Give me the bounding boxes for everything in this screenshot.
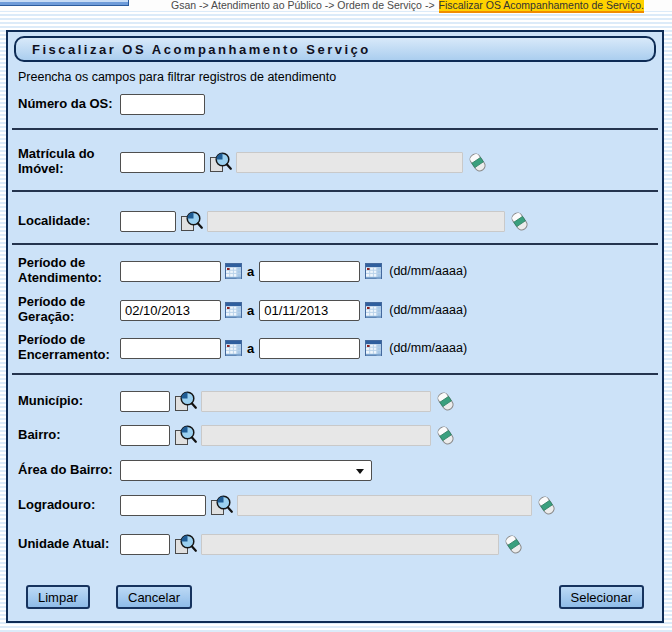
logradouro-label: Logradouro: xyxy=(18,498,120,513)
date-format-hint: (dd/mm/aaaa) xyxy=(389,341,467,355)
row-unidade-atual: Unidade Atual: xyxy=(18,525,522,563)
municipio-label: Município: xyxy=(18,394,120,409)
separator xyxy=(12,128,658,130)
eraser-icon[interactable] xyxy=(437,391,454,412)
periodo-encerramento-label: Período de Encerramento: xyxy=(18,333,120,363)
matricula-imovel-description xyxy=(236,152,463,173)
unidade-atual-description xyxy=(201,534,499,555)
cancelar-button[interactable]: Cancelar xyxy=(116,585,192,609)
periodo-encerramento-from-input[interactable] xyxy=(120,338,221,359)
calendar-icon[interactable] xyxy=(365,263,382,279)
date-format-hint: (dd/mm/aaaa) xyxy=(389,303,467,317)
unidade-atual-label: Unidade Atual: xyxy=(18,537,120,552)
page-title: Fiscalizar OS Acompanhamento Serviço xyxy=(14,36,656,62)
area-bairro-select[interactable] xyxy=(120,460,372,481)
date-format-hint: (dd/mm/aaaa) xyxy=(389,264,467,278)
separator xyxy=(12,373,658,375)
breadcrumb-current: Fiscalizar OS Acompanhamento de Serviço. xyxy=(439,0,644,13)
periodo-geracao-to-input[interactable] xyxy=(259,300,360,321)
numero-os-label: Número da OS: xyxy=(18,97,120,112)
unidade-atual-input[interactable] xyxy=(120,534,170,555)
calendar-icon[interactable] xyxy=(225,340,242,356)
numero-os-input[interactable] xyxy=(120,94,205,115)
breadcrumb-path: Gsan -> Atendimento ao Público -> Ordem … xyxy=(171,0,435,11)
row-periodo-atendimento: Período de Atendimento: a (dd/mm/aaaa) xyxy=(18,252,467,290)
periodo-atendimento-label: Período de Atendimento: xyxy=(18,256,120,286)
localidade-label: Localidade: xyxy=(18,214,120,229)
periodo-encerramento-to-input[interactable] xyxy=(259,338,360,359)
periodo-geracao-from-input[interactable] xyxy=(120,300,221,321)
calendar-icon[interactable] xyxy=(225,263,242,279)
matricula-imovel-input[interactable] xyxy=(120,152,205,173)
row-localidade: Localidade: xyxy=(18,202,528,240)
calendar-icon[interactable] xyxy=(225,302,242,318)
separator xyxy=(12,243,658,245)
calendar-icon[interactable] xyxy=(365,340,382,356)
selecionar-button[interactable]: Selecionar xyxy=(559,585,644,609)
bairro-label: Bairro: xyxy=(18,428,120,443)
search-icon[interactable] xyxy=(174,424,197,446)
search-icon[interactable] xyxy=(174,533,197,555)
breadcrumb: Gsan -> Atendimento ao Público -> Ordem … xyxy=(171,0,644,11)
loading-bar xyxy=(0,0,129,6)
eraser-icon[interactable] xyxy=(469,152,486,173)
row-matricula-imovel: Matrícula do Imóvel: xyxy=(18,142,486,182)
localidade-input[interactable] xyxy=(120,211,176,232)
eraser-icon[interactable] xyxy=(538,495,555,516)
date-range-conjunction: a xyxy=(247,264,254,279)
localidade-description xyxy=(207,211,505,232)
search-icon[interactable] xyxy=(210,494,233,516)
search-icon[interactable] xyxy=(209,151,232,173)
periodo-atendimento-from-input[interactable] xyxy=(120,261,221,282)
periodo-atendimento-to-input[interactable] xyxy=(259,261,360,282)
intro-text: Preencha os campos para filtrar registro… xyxy=(18,70,336,84)
municipio-description xyxy=(201,391,431,412)
filter-panel: Fiscalizar OS Acompanhamento Serviço Pre… xyxy=(6,30,664,623)
date-range-conjunction: a xyxy=(247,303,254,318)
bairro-description xyxy=(201,425,431,446)
row-municipio: Município: xyxy=(18,382,454,420)
logradouro-description xyxy=(237,495,532,516)
eraser-icon[interactable] xyxy=(437,425,454,446)
periodo-geracao-label: Período de Geração: xyxy=(18,295,120,325)
row-bairro: Bairro: xyxy=(18,416,454,454)
eraser-icon[interactable] xyxy=(511,211,528,232)
municipio-input[interactable] xyxy=(120,391,170,412)
row-periodo-geracao: Período de Geração: a (dd/mm/aaaa) xyxy=(18,291,467,329)
separator xyxy=(12,190,658,192)
matricula-imovel-label: Matrícula do Imóvel: xyxy=(18,147,120,177)
search-icon[interactable] xyxy=(180,210,203,232)
eraser-icon[interactable] xyxy=(505,534,522,555)
calendar-icon[interactable] xyxy=(365,302,382,318)
bairro-input[interactable] xyxy=(120,425,170,446)
area-bairro-label: Área do Bairro: xyxy=(18,463,120,478)
chevron-down-icon xyxy=(356,469,364,474)
date-range-conjunction: a xyxy=(247,341,254,356)
row-numero-os: Número da OS: xyxy=(18,84,205,124)
page-title-text: Fiscalizar OS Acompanhamento Serviço xyxy=(32,42,371,57)
limpar-button[interactable]: Limpar xyxy=(26,585,90,609)
logradouro-input[interactable] xyxy=(120,495,206,516)
search-icon[interactable] xyxy=(174,390,197,412)
row-periodo-encerramento: Período de Encerramento: a (dd/mm/aaaa) xyxy=(18,329,467,367)
row-area-bairro: Área do Bairro: xyxy=(18,451,372,489)
row-logradouro: Logradouro: xyxy=(18,486,555,524)
